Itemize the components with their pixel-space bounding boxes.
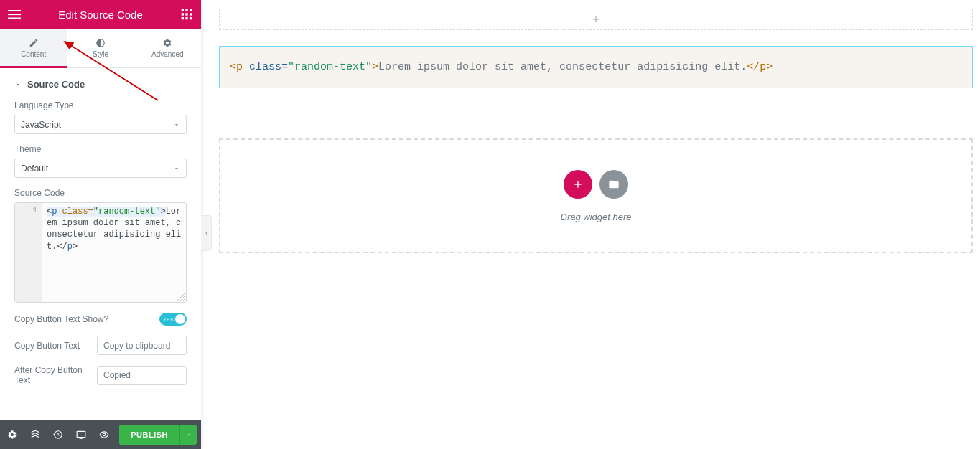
resize-handle-icon[interactable]	[177, 293, 185, 301]
section-toggle-source-code[interactable]: Source Code	[0, 68, 201, 97]
preview-area: <p class="random-text">Lorem ipsum dolor…	[212, 0, 980, 449]
after-copy-text-input[interactable]	[97, 366, 187, 385]
svg-rect-10	[185, 17, 187, 19]
caret-up-icon	[186, 432, 192, 438]
caret-down-icon	[14, 81, 22, 88]
theme-select[interactable]: Default	[14, 159, 187, 178]
language-select[interactable]: JavaScript	[14, 115, 187, 134]
history-icon[interactable]	[50, 425, 66, 445]
svg-rect-3	[182, 9, 184, 11]
tab-advanced[interactable]: Advanced	[134, 29, 201, 67]
chevron-down-icon	[173, 121, 180, 128]
gear-icon	[162, 38, 172, 48]
svg-rect-8	[190, 13, 192, 15]
folder-icon	[608, 179, 620, 190]
svg-rect-4	[185, 9, 187, 11]
svg-rect-0	[8, 10, 21, 11]
svg-rect-9	[182, 17, 184, 19]
template-library-button[interactable]	[599, 170, 628, 199]
tab-style[interactable]: Style	[67, 29, 134, 67]
tab-content[interactable]: Content	[0, 29, 67, 67]
drop-zone-label: Drag widget here	[561, 212, 632, 222]
plus-icon	[572, 179, 584, 190]
chevron-down-icon	[173, 165, 180, 172]
controls: Language Type JavaScript Theme Default S…	[0, 97, 201, 400]
contrast-icon	[95, 38, 106, 48]
svg-rect-7	[185, 13, 187, 15]
panel-footer: PUBLISH	[0, 420, 201, 449]
control-theme: Theme Default	[14, 144, 187, 178]
source-code-widget[interactable]: <p class="random-text">Lorem ipsum dolor…	[219, 46, 973, 88]
pencil-icon	[29, 38, 39, 48]
menu-icon[interactable]	[7, 7, 22, 22]
control-after-copy-text: After Copy Button Text	[14, 365, 187, 385]
chevron-left-icon	[203, 230, 209, 237]
svg-rect-11	[190, 17, 192, 19]
svg-point-13	[103, 433, 106, 436]
copy-show-toggle[interactable]: YES	[159, 313, 187, 326]
svg-rect-6	[182, 13, 184, 15]
control-copy-button-text: Copy Button Text	[14, 336, 187, 355]
control-copy-show: Copy Button Text Show? YES	[14, 313, 187, 326]
publish-group: PUBLISH	[119, 425, 197, 445]
panel-header: Edit Source Code	[0, 0, 201, 29]
editor-gutter: 1	[15, 203, 42, 302]
settings-icon[interactable]	[4, 425, 20, 445]
panel-collapse-handle[interactable]	[201, 215, 212, 251]
source-code-editor[interactable]: 1 <p class="random-text">Lorem ipsum dol…	[14, 202, 187, 303]
svg-rect-1	[8, 14, 21, 15]
preview-icon[interactable]	[96, 425, 112, 445]
drop-zone-buttons	[564, 170, 628, 199]
copy-button-text-input[interactable]	[97, 336, 187, 355]
panel-title: Edit Source Code	[22, 9, 179, 21]
panel-tabs: Content Style Advanced	[0, 29, 201, 68]
plus-icon	[591, 14, 601, 24]
drop-zone[interactable]: Drag widget here	[219, 138, 973, 253]
control-source-code: Source Code 1 <p class="random-text">Lor…	[14, 188, 187, 303]
publish-options-button[interactable]	[179, 425, 197, 445]
widgets-grid-icon[interactable]	[179, 7, 194, 22]
editor-panel: Edit Source Code Content Style Advanced …	[0, 0, 201, 449]
publish-button[interactable]: PUBLISH	[119, 425, 179, 445]
svg-rect-2	[8, 18, 21, 19]
toggle-knob	[175, 314, 185, 324]
add-section-button[interactable]	[219, 9, 973, 30]
responsive-icon[interactable]	[73, 425, 89, 445]
control-language-type: Language Type JavaScript	[14, 100, 187, 134]
navigator-icon[interactable]	[27, 425, 43, 445]
svg-rect-5	[190, 9, 192, 11]
svg-rect-12	[77, 431, 85, 437]
editor-body[interactable]: <p class="random-text">Lorem ipsum dolor…	[42, 203, 186, 302]
add-widget-button[interactable]	[564, 170, 592, 199]
